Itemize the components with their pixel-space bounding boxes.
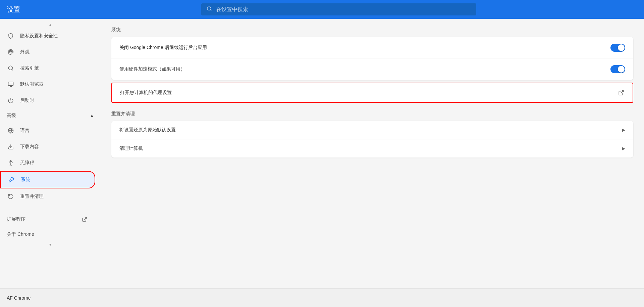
background-apps-row[interactable]: 关闭 Google Chrome 后继续运行后台应用 <box>111 37 633 58</box>
cleanup-row[interactable]: 清理计算机 ▶ <box>111 139 633 158</box>
reset-section-title: 重置并清理 <box>111 111 633 117</box>
sidebar-item-label: 关于 Chrome <box>7 231 89 237</box>
svg-point-0 <box>207 7 211 10</box>
cleanup-label: 清理计算机 <box>119 145 622 151</box>
reset-card: 将设置还原为原始默认设置 ▶ 清理计算机 ▶ <box>111 121 633 158</box>
search-input[interactable] <box>216 6 471 12</box>
background-apps-toggle[interactable] <box>610 44 625 52</box>
sidebar-item-search[interactable]: 搜索引擎 <box>0 60 95 76</box>
sidebar-item-label: 默认浏览器 <box>20 81 89 87</box>
restore-defaults-row[interactable]: 将设置还原为原始默认设置 ▶ <box>111 121 633 139</box>
system-section-title: 系统 <box>111 27 633 33</box>
content-area: 系统 关闭 Google Chrome 后继续运行后台应用 使用硬件加速模式（如… <box>101 19 644 288</box>
sidebar-item-label: 重置并清理 <box>20 193 89 200</box>
sidebar-item-startup[interactable]: 启动时 <box>0 92 95 108</box>
hardware-accel-toggle[interactable] <box>610 65 625 73</box>
advanced-label: 高级 <box>7 113 16 119</box>
scroll-down-arrow[interactable]: ▼ <box>0 242 101 248</box>
sidebar-item-privacy[interactable]: 隐私设置和安全性 <box>0 28 95 44</box>
chevron-right-icon: ▶ <box>622 128 625 132</box>
advanced-arrow: ▲ <box>90 113 94 118</box>
sidebar-item-label: 外观 <box>20 49 89 55</box>
proxy-label: 打开您计算机的代理设置 <box>120 90 618 96</box>
shield-icon <box>7 32 15 40</box>
sidebar-item-accessibility[interactable]: 无障碍 <box>0 155 95 171</box>
search-sidebar-icon <box>7 64 15 72</box>
svg-point-2 <box>11 51 13 52</box>
svg-line-10 <box>84 217 87 220</box>
wrench-icon <box>7 176 15 184</box>
download-icon <box>7 143 15 151</box>
chevron-right-icon: ▶ <box>622 146 625 151</box>
sidebar-item-label: 语言 <box>20 128 89 134</box>
sidebar-item-about[interactable]: 关于 Chrome <box>0 227 95 242</box>
sidebar-item-browser[interactable]: 默认浏览器 <box>0 76 95 92</box>
proxy-external-link-icon <box>618 89 625 96</box>
bottom-bar-text: AF Chrome <box>7 295 31 301</box>
sidebar-item-downloads[interactable]: 下载内容 <box>0 139 95 155</box>
search-bar[interactable] <box>201 3 476 15</box>
external-link-icon <box>80 215 89 223</box>
globe-icon <box>7 127 15 135</box>
restore-defaults-label: 将设置还原为原始默认设置 <box>119 127 622 133</box>
background-apps-label: 关闭 Google Chrome 后继续运行后台应用 <box>119 45 610 51</box>
system-card: 关闭 Google Chrome 后继续运行后台应用 使用硬件加速模式（如果可用… <box>111 37 633 80</box>
hardware-acceleration-row[interactable]: 使用硬件加速模式（如果可用） <box>111 58 633 80</box>
header: 设置 <box>0 0 644 19</box>
power-icon <box>7 96 15 104</box>
sidebar-item-label: 启动时 <box>20 97 89 103</box>
sidebar-item-language[interactable]: 语言 <box>0 123 95 139</box>
scroll-up-arrow[interactable]: ▲ <box>0 21 101 28</box>
sidebar-item-label: 系统 <box>21 177 88 183</box>
sidebar: ▲ 隐私设置和安全性 外观 <box>0 19 101 288</box>
advanced-section-header[interactable]: 高级 ▲ <box>0 108 101 123</box>
svg-point-5 <box>8 66 12 70</box>
sidebar-item-appearance[interactable]: 外观 <box>0 44 95 60</box>
svg-line-11 <box>621 90 624 93</box>
sidebar-item-label: 隐私设置和安全性 <box>20 33 89 39</box>
reset-icon <box>7 192 15 201</box>
proxy-row[interactable]: 打开您计算机的代理设置 <box>111 83 633 103</box>
sidebar-item-reset[interactable]: 重置并清理 <box>0 188 95 205</box>
bottom-bar: AF Chrome <box>0 288 644 307</box>
sidebar-item-label: 搜索引擎 <box>20 65 89 71</box>
accessibility-icon <box>7 159 15 167</box>
svg-rect-6 <box>8 82 13 86</box>
search-icon <box>207 6 212 13</box>
sidebar-item-label: 扩展程序 <box>7 216 78 222</box>
sidebar-item-label: 无障碍 <box>20 160 89 166</box>
svg-point-4 <box>9 52 10 53</box>
sidebar-item-system[interactable]: 系统 <box>0 171 95 188</box>
monitor-icon <box>7 80 15 88</box>
hardware-accel-label: 使用硬件加速模式（如果可用） <box>119 66 610 72</box>
sidebar-item-label: 下载内容 <box>20 144 89 150</box>
sidebar-item-extensions[interactable]: 扩展程序 <box>0 211 95 227</box>
main-content: ▲ 隐私设置和安全性 外观 <box>0 19 644 288</box>
page-title: 设置 <box>7 5 27 14</box>
palette-icon <box>7 48 15 56</box>
